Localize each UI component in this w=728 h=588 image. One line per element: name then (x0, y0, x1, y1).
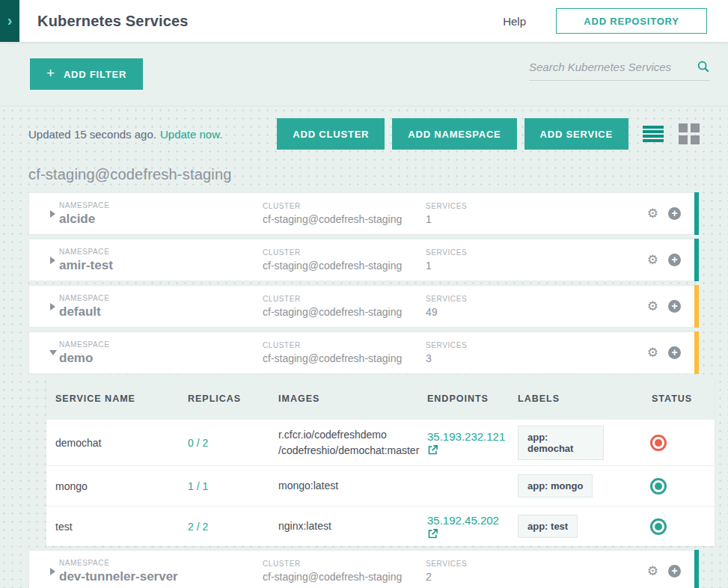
replicas-link[interactable]: 2 / 2 (188, 521, 208, 533)
image-name-line1: nginx:latest (278, 518, 427, 534)
gear-icon[interactable]: ⚙ (647, 207, 658, 220)
help-link[interactable]: Help (503, 15, 526, 28)
expand-caret-icon[interactable] (50, 568, 55, 575)
search-icon[interactable] (697, 60, 710, 73)
external-link-icon[interactable] (427, 444, 438, 456)
search-box (529, 60, 710, 81)
sidebar-expand-button[interactable]: › (0, 0, 19, 42)
image-name-line2: /codefreshio/demochat:master (278, 443, 427, 459)
col-images: IMAGES (278, 393, 427, 404)
status-edge-bar (694, 239, 699, 281)
namespace-row-default[interactable]: NAMESPACE default CLUSTER cf-staging@cod… (28, 285, 700, 328)
expand-caret-icon[interactable] (50, 210, 55, 218)
cluster-name: cf-staging@codefresh-staging (263, 306, 426, 318)
image-name-line1: mongo:latest (278, 478, 427, 494)
status-edge-bar (694, 331, 699, 374)
namespace-field-label: NAMESPACE (59, 340, 263, 349)
cluster-name: cf-staging@codefresh-staging (263, 571, 426, 583)
endpoint-link[interactable]: 35.193.232.121 (427, 430, 518, 443)
status-edge-bar (694, 550, 699, 588)
add-circle-icon[interactable]: + (668, 565, 681, 578)
cluster-section-title: cf-staging@codefresh-staging (28, 166, 700, 183)
cluster-field-label: CLUSTER (263, 295, 426, 303)
services-field-label: SERVICES (426, 341, 647, 349)
add-circle-icon[interactable]: + (668, 300, 681, 313)
service-row-demochat: demochat 0 / 2 r.cfcr.io/codefreshdemo /… (46, 419, 715, 465)
gear-icon[interactable]: ⚙ (647, 346, 658, 359)
services-count: 1 (426, 260, 647, 272)
status-edge-bar (694, 192, 699, 235)
add-circle-icon[interactable]: + (668, 207, 681, 220)
add-filter-button[interactable]: + ADD FILTER (30, 58, 143, 90)
replicas-link[interactable]: 0 / 2 (188, 437, 208, 449)
toolbar: Updated 15 seconds ago. Update now. ADD … (28, 118, 700, 150)
search-input[interactable] (529, 61, 697, 73)
add-cluster-button[interactable]: ADD CLUSTER (277, 118, 385, 150)
expand-caret-icon[interactable] (50, 257, 55, 264)
gear-icon[interactable]: ⚙ (647, 254, 658, 266)
add-circle-icon[interactable]: + (668, 254, 681, 266)
services-table-header: SERVICE NAME REPLICAS IMAGES ENDPOINTS L… (46, 378, 715, 419)
gear-icon[interactable]: ⚙ (647, 300, 658, 313)
service-row-mongo: mongo 1 / 1 mongo:latest app: mongo (46, 465, 715, 506)
cluster-name: cf-staging@codefresh-staging (263, 352, 426, 364)
cluster-field-label: CLUSTER (263, 560, 426, 568)
namespace-field-label: NAMESPACE (59, 201, 263, 209)
namespace-row-dev-tunneler-server[interactable]: NAMESPACE dev-tunneler-server CLUSTER cf… (28, 550, 700, 588)
gear-icon[interactable]: ⚙ (647, 565, 658, 578)
namespace-name: default (59, 304, 263, 319)
cluster-name: cf-staging@codefresh-staging (263, 213, 426, 225)
image-name-line1: r.cfcr.io/codefreshdemo (278, 427, 427, 443)
main-content: Updated 15 seconds ago. Update now. ADD … (0, 106, 728, 588)
endpoint-link[interactable]: 35.192.45.202 (427, 514, 518, 527)
service-row-test: test 2 / 2 nginx:latest 35.192.45.202 ap… (46, 506, 715, 546)
cluster-field-label: CLUSTER (263, 341, 426, 349)
service-label-badge: app: mongo (518, 474, 593, 497)
namespace-name: dev-tunneler-server (59, 569, 263, 584)
chevron-right-icon: › (7, 13, 13, 28)
service-label-badge: app: test (518, 515, 578, 538)
namespace-name: alcide (59, 212, 263, 227)
cluster-field-label: CLUSTER (263, 248, 426, 257)
collapse-caret-icon[interactable] (49, 350, 57, 355)
service-name: test (55, 521, 73, 533)
status-indicator-icon (650, 518, 667, 535)
col-status: STATUS (604, 393, 715, 404)
status-edge-bar (694, 285, 699, 328)
updated-status-text: Updated 15 seconds ago. (28, 128, 156, 141)
list-view-icon[interactable] (643, 126, 664, 142)
service-name: demochat (55, 437, 101, 449)
namespace-row-amir-test[interactable]: NAMESPACE amir-test CLUSTER cf-staging@c… (28, 239, 700, 281)
col-endpoints: ENDPOINTS (427, 393, 518, 404)
external-link-icon[interactable] (427, 528, 438, 539)
add-circle-icon[interactable]: + (668, 346, 681, 359)
col-labels: LABELS (518, 393, 604, 404)
expand-caret-icon[interactable] (50, 303, 55, 310)
add-service-button[interactable]: ADD SERVICE (524, 118, 628, 150)
page-title: Kubernetes Services (37, 13, 189, 30)
cluster-field-label: CLUSTER (263, 202, 426, 210)
replicas-link[interactable]: 1 / 1 (188, 480, 208, 492)
plus-icon: + (46, 65, 55, 82)
services-field-label: SERVICES (426, 560, 647, 568)
services-count: 1 (426, 213, 647, 225)
add-filter-label: ADD FILTER (64, 69, 126, 80)
top-header: › Kubernetes Services Help ADD REPOSITOR… (0, 0, 728, 42)
namespace-field-label: NAMESPACE (59, 248, 263, 256)
services-count: 3 (426, 352, 647, 364)
add-namespace-button[interactable]: ADD NAMESPACE (392, 118, 516, 150)
services-field-label: SERVICES (426, 202, 647, 210)
add-repository-button[interactable]: ADD REPOSITORY (556, 8, 707, 34)
services-count: 2 (426, 571, 647, 583)
services-field-label: SERVICES (426, 295, 647, 303)
services-table: SERVICE NAME REPLICAS IMAGES ENDPOINTS L… (46, 378, 715, 546)
status-indicator-icon (650, 478, 667, 494)
grid-view-icon[interactable] (679, 123, 700, 144)
namespace-row-alcide[interactable]: NAMESPACE alcide CLUSTER cf-staging@code… (28, 192, 700, 235)
col-service-name: SERVICE NAME (46, 393, 188, 404)
namespace-field-label: NAMESPACE (59, 294, 263, 302)
namespace-name: demo (59, 351, 263, 366)
update-now-link[interactable]: Update now. (160, 128, 222, 141)
service-label-badge: app: demochat (518, 426, 604, 460)
namespace-row-demo[interactable]: NAMESPACE demo CLUSTER cf-staging@codefr… (28, 331, 700, 374)
